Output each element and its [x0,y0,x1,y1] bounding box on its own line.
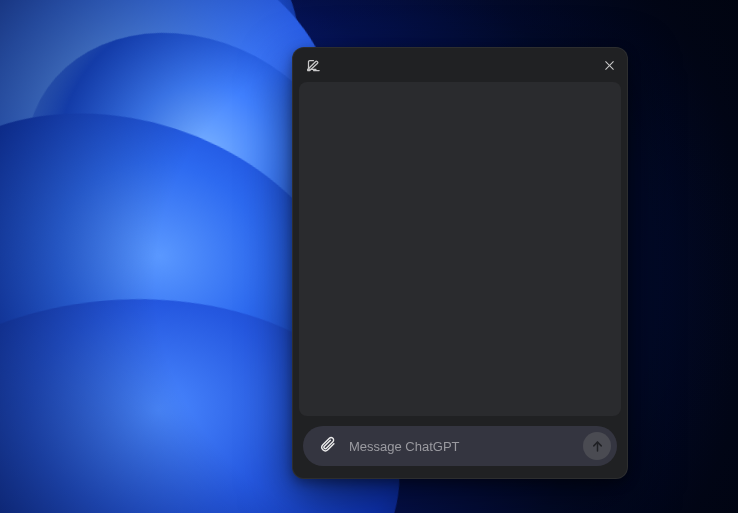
paperclip-icon [319,436,336,457]
new-chat-button[interactable] [301,53,325,77]
attach-button[interactable] [313,432,341,460]
send-button[interactable] [583,432,611,460]
conversation-area [299,82,621,416]
desktop-wallpaper [0,0,738,513]
close-icon [603,59,616,72]
close-button[interactable] [597,53,621,77]
message-input[interactable] [349,426,575,466]
composer [303,426,617,466]
arrow-up-icon [590,439,605,454]
titlebar [293,48,627,78]
chat-overlay-window [292,47,628,479]
composer-container [293,416,627,478]
compose-icon [306,58,321,73]
